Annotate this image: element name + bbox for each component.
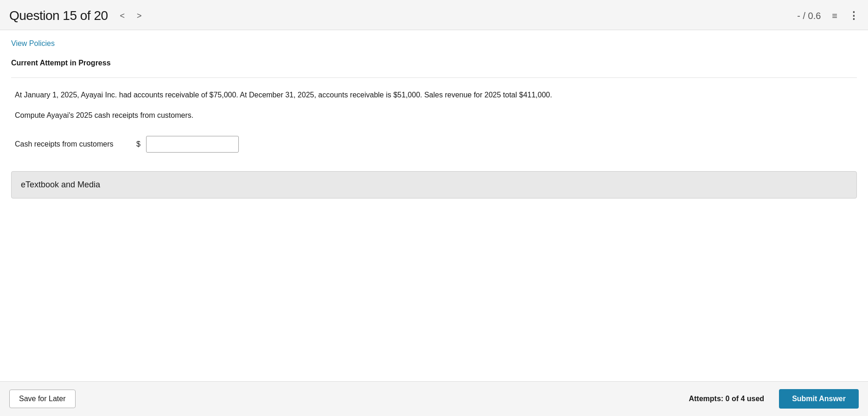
attempt-status: Current Attempt in Progress	[11, 59, 857, 67]
list-icon[interactable]: ≡	[832, 11, 837, 21]
question-instruction-text: Compute Ayayai's 2025 cash receipts from…	[11, 109, 857, 122]
nav-arrows: < >	[116, 10, 146, 22]
next-arrow-button[interactable]: >	[133, 10, 146, 22]
submit-answer-button[interactable]: Submit Answer	[779, 389, 859, 409]
score-display: - / 0.6	[797, 11, 821, 21]
more-options-icon[interactable]: ⋮	[849, 10, 859, 22]
answer-label: Cash receipts from customers	[15, 140, 131, 148]
etextbook-label: eTextbook and Media	[21, 180, 100, 189]
main-content: View Policies Current Attempt in Progres…	[0, 30, 868, 381]
view-policies-link[interactable]: View Policies	[11, 39, 55, 48]
attempts-text: Attempts: 0 of 4 used	[689, 395, 764, 403]
dollar-sign: $	[136, 140, 140, 148]
etextbook-bar[interactable]: eTextbook and Media	[11, 171, 857, 198]
prev-arrow-button[interactable]: <	[116, 10, 129, 22]
cash-receipts-input[interactable]	[146, 136, 239, 153]
save-later-button[interactable]: Save for Later	[9, 390, 76, 408]
answer-row: Cash receipts from customers $	[11, 136, 857, 171]
question-body-text: At January 1, 2025, Ayayai Inc. had acco…	[11, 89, 857, 101]
header-right: - / 0.6 ≡ ⋮	[797, 10, 859, 22]
footer-bar: Save for Later Attempts: 0 of 4 used Sub…	[0, 381, 868, 416]
page-wrapper: Question 15 of 20 < > - / 0.6 ≡ ⋮ View P…	[0, 0, 868, 416]
question-title: Question 15 of 20	[9, 8, 108, 23]
header-bar: Question 15 of 20 < > - / 0.6 ≡ ⋮	[0, 0, 868, 30]
question-divider	[11, 77, 857, 78]
